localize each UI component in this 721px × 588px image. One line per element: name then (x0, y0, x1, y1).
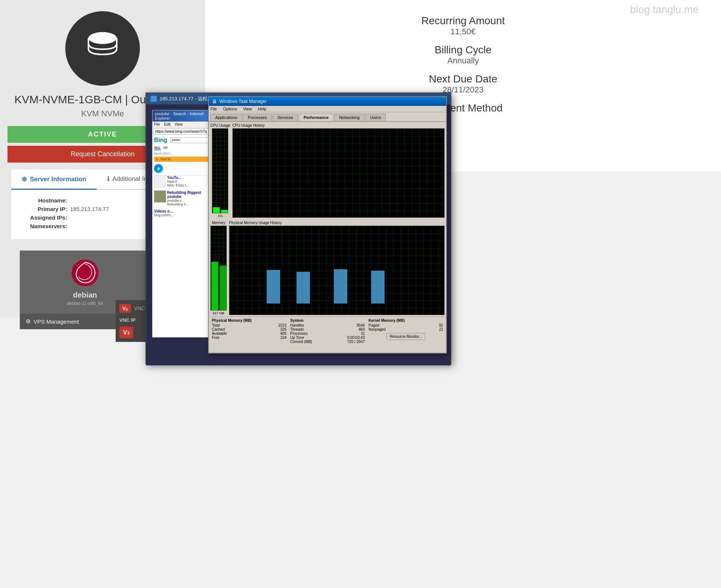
cpu-history-chart (232, 128, 445, 218)
ie-titlebar: youtube - Search - Internet Explorer (153, 110, 213, 122)
mem-value: 617 MB (213, 311, 224, 315)
mem-bar-section: Memory 617 MB (210, 221, 227, 315)
ie-warning-bar: ⚠ Your br... (154, 157, 212, 162)
ie-warning-text: Your br... (160, 157, 173, 161)
vnc-label: VNC (134, 305, 145, 311)
free-value: 104 (280, 336, 286, 340)
result-url-1: https:// (167, 180, 189, 183)
mem-hist-bar-4 (371, 271, 385, 304)
result-title-videos[interactable]: Videos o... (154, 209, 212, 213)
primary-ip-label: Primary IP: (22, 206, 67, 212)
tab-server-information[interactable]: ⊕ Server Information (11, 170, 97, 190)
ie-search-bar: Bing youtu (154, 137, 212, 144)
phys-mem-stats: Physical Memory (MB) Total 1023 Cached 3… (209, 317, 446, 345)
svg-point-0 (88, 32, 117, 44)
taskman-tabs: Applications Processes Services Performa… (209, 112, 446, 122)
search-result-1: YouTu... https:// Web: Enjoy t... (154, 176, 212, 188)
commit-value: 720 / 2047 (347, 340, 365, 344)
ie-title: youtube - Search - Internet Explorer (155, 111, 204, 120)
memory-section: Memory 617 MB Physical Memory Usage Hist… (209, 219, 446, 317)
taskman-tab-users[interactable]: Users (365, 114, 386, 121)
total-label: Total (212, 323, 220, 327)
billing-cycle-value: Annually (435, 56, 492, 66)
nameservers-label: Nameservers: (22, 223, 67, 229)
ie-menu-view[interactable]: View (175, 122, 183, 126)
ie-address-value: https://www.bing.com/search?q (155, 129, 207, 133)
taskman-menu-options[interactable]: Options (223, 107, 237, 111)
taskman-title: Windows Task Manager (219, 99, 267, 104)
vnc-logo-bottom: V₂ (119, 327, 133, 338)
uptime-label: Up Time (290, 336, 304, 340)
ie-window: youtube - Search - Internet Explorer Fil… (152, 110, 214, 337)
system-commit: Commit (MB) 720 / 2047 (290, 340, 365, 344)
resource-monitor-button[interactable]: Resource Monitor... (386, 333, 426, 340)
ie-menu-edit[interactable]: Edit (164, 122, 170, 126)
taskman-tab-processes[interactable]: Processes (243, 114, 272, 121)
result-url-videos: bing.com/V... (154, 213, 212, 217)
taskman-menu-view[interactable]: View (243, 107, 252, 111)
ie-edge-promo: e (154, 162, 212, 176)
mem-hist-bar-3 (334, 269, 347, 304)
performance-content: CPU Usage 1% CPU Usage History (209, 122, 446, 219)
hostname-label: Hostname: (22, 197, 67, 204)
server-info-icon: ⊕ (22, 175, 27, 183)
phys-mem-col: Physical Memory (MB) Total 1023 Cached 3… (212, 318, 286, 344)
taskman-tab-applications[interactable]: Applications (210, 114, 242, 121)
ie-result-count: About 232,0... (154, 152, 212, 155)
ie-menu-file[interactable]: File (154, 122, 160, 126)
nonpaged-value: 21 (439, 327, 443, 331)
taskman-menu-help[interactable]: Help (258, 107, 266, 111)
mem-label: Memory (212, 221, 225, 225)
uptime-value: 0:00:03:43 (347, 336, 365, 340)
taskman-tab-performance[interactable]: Performance (299, 114, 333, 121)
cpu-label: CPU Usage (210, 123, 230, 128)
vps-management-label: VPS Management (34, 318, 79, 325)
ie-addressbar[interactable]: https://www.bing.com/search?q (153, 128, 213, 135)
next-due-row: Next Due Date 28/11/2023 (429, 73, 498, 95)
cpu-section: CPU Usage 1% (210, 123, 230, 218)
debian-os-version: debian-11-x86_64 (67, 301, 103, 306)
processes-value: 31 (361, 331, 365, 336)
ie-tab-all[interactable]: ALL (154, 146, 161, 150)
vnc-text: V₂ (122, 305, 128, 311)
kernel-paged: Paged 92 (369, 323, 443, 327)
mem-bar (210, 226, 227, 311)
primary-ip-value: 185.213.174.77 (70, 206, 109, 212)
result-title-rebuilding[interactable]: Rebuilding Biggest youtube (167, 191, 212, 199)
taskman-tab-networking[interactable]: Networking (334, 114, 364, 121)
vnc-logo: V₂ (119, 304, 131, 313)
system-handles: Handles 9546 (290, 323, 365, 327)
server-icon (84, 30, 121, 67)
cpu-percent: 1% (218, 214, 223, 218)
page-layout: KVM-NVME-1GB-CM | Out of stock KVM NVMe … (0, 0, 721, 588)
taskman-menu-file[interactable]: File (210, 107, 217, 111)
threads-label: Threads (290, 327, 304, 331)
recurring-value: 11,50€ (421, 27, 505, 37)
result-thumbnail-1 (154, 176, 166, 188)
processes-label: Processes (290, 331, 308, 336)
mem-fill-left (211, 262, 218, 310)
mem-fill-right (220, 265, 226, 310)
assigned-ips-label: Assigned IPs: (22, 214, 67, 221)
ie-tab-im[interactable]: IM (164, 146, 167, 150)
result-text-rebuilding: Rebuilding Biggest youtube youtube.c... … (167, 191, 212, 206)
ie-search-input[interactable]: youtu (170, 137, 212, 143)
paged-label: Paged (369, 323, 379, 327)
product-icon (65, 11, 140, 86)
search-result-rebuilding: Rebuilding Biggest youtube youtube.c... … (154, 191, 212, 206)
handles-label: Handles (290, 323, 304, 327)
system-uptime: Up Time 0:00:03:43 (290, 336, 365, 340)
cpu-bar-fill-left (213, 207, 220, 213)
taskman-titlebar: 🖥 Windows Task Manager (209, 97, 446, 106)
commit-label: Commit (MB) (290, 340, 312, 344)
result-title-1[interactable]: YouTu... (167, 176, 189, 180)
bing-logo: Bing (154, 137, 167, 144)
gear-icon: ⚙ (26, 318, 31, 325)
next-due-label: Next Due Date (429, 73, 498, 85)
taskman-tab-services[interactable]: Services (273, 114, 298, 121)
recurring-label: Recurring Amount (421, 15, 505, 27)
billing-cycle-row: Billing Cycle Annually (435, 44, 492, 66)
result-text-1: YouTu... https:// Web: Enjoy t... (167, 176, 189, 187)
warning-icon: ⚠ (156, 157, 159, 161)
phys-mem-cached: Cached 326 (212, 327, 286, 331)
